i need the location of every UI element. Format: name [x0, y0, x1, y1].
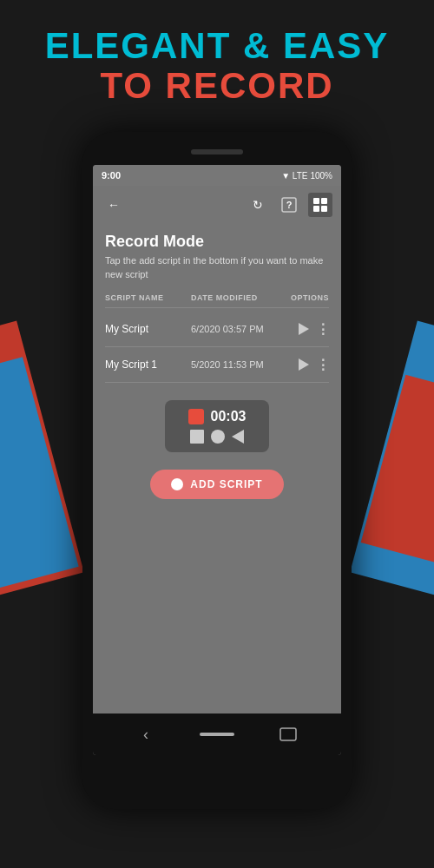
nav-back-icon: ‹: [143, 726, 148, 744]
play-icon-1: [299, 323, 309, 335]
header-line1: ELEGANT & EASY: [17, 26, 417, 66]
phone-top-bar: [93, 142, 341, 161]
grid-icon: [313, 198, 327, 212]
add-script-button[interactable]: ADD SCRIPT: [150, 470, 283, 499]
col-date-modified: DATE MODIFIED: [191, 293, 277, 302]
nav-home-icon: [200, 733, 234, 736]
record-indicator: [188, 409, 204, 424]
play-button-1[interactable]: [295, 320, 312, 338]
screen-title: Record Mode: [105, 233, 329, 251]
app-bar: ← ↻ ?: [93, 186, 341, 224]
pause-button[interactable]: [211, 430, 225, 444]
header-line2: TO RECORD: [17, 66, 417, 106]
bottom-navigation: ‹: [93, 713, 341, 755]
nav-recents-button[interactable]: [271, 717, 306, 752]
recording-time: 00:03: [211, 409, 247, 424]
network-icon: ▼ LTE: [281, 171, 307, 181]
phone-wrapper: 9:00 ▼ LTE 100% ← ↻ ?: [0, 132, 434, 809]
add-script-section: ADD SCRIPT: [105, 470, 329, 508]
refresh-button[interactable]: ↻: [246, 193, 270, 217]
content-area: Record Mode Tap the add script in the bo…: [93, 224, 341, 713]
col-script-name: SCRIPT NAME: [105, 293, 191, 302]
help-button[interactable]: ?: [277, 193, 301, 217]
app-bar-left: ←: [102, 193, 126, 217]
screen-subtitle: Tap the add script in the bottom if you …: [105, 254, 329, 281]
play-icon-2: [299, 358, 309, 371]
status-time: 9:00: [102, 170, 121, 181]
more-options-button-2[interactable]: ⋮: [316, 357, 329, 373]
recording-widget: 00:03: [165, 400, 269, 452]
script-name-2: My Script 1: [105, 358, 191, 371]
header-section: ELEGANT & EASY TO RECORD: [0, 0, 434, 123]
more-options-button-1[interactable]: ⋮: [316, 321, 329, 338]
recording-top: 00:03: [188, 409, 247, 424]
status-bar: 9:00 ▼ LTE 100%: [93, 165, 341, 186]
help-icon: ?: [281, 197, 297, 213]
table-row: My Script 6/2020 03:57 PM ⋮: [105, 312, 329, 347]
table-row: My Script 1 5/2020 11:53 PM ⋮: [105, 347, 329, 383]
play-button-2[interactable]: [295, 356, 312, 373]
script-options-2: ⋮: [277, 356, 329, 373]
app-bar-right: ↻ ?: [246, 193, 332, 217]
phone-speaker: [191, 149, 243, 155]
add-script-label: ADD SCRIPT: [190, 478, 262, 490]
battery-label: 100%: [310, 171, 332, 181]
table-header: SCRIPT NAME DATE MODIFIED OPTIONS: [105, 293, 329, 308]
nav-recents-icon: [279, 727, 297, 741]
add-script-dot-icon: [171, 478, 183, 490]
svg-text:?: ?: [286, 200, 293, 210]
col-options: OPTIONS: [277, 293, 329, 302]
status-icons: ▼ LTE 100%: [281, 171, 332, 181]
nav-back-button[interactable]: ‹: [128, 717, 163, 752]
recording-controls: [190, 430, 244, 444]
back-button[interactable]: ←: [102, 193, 126, 217]
svg-rect-2: [280, 728, 296, 740]
phone-frame: 9:00 ▼ LTE 100% ← ↻ ?: [82, 132, 352, 809]
script-date-1: 6/2020 03:57 PM: [191, 324, 277, 334]
grid-view-button[interactable]: [308, 193, 332, 217]
phone-screen: 9:00 ▼ LTE 100% ← ↻ ?: [93, 165, 341, 755]
nav-home-button[interactable]: [200, 717, 234, 752]
rewind-button[interactable]: [232, 430, 244, 444]
stop-button[interactable]: [190, 430, 204, 444]
script-options-1: ⋮: [277, 320, 329, 338]
script-name-1: My Script: [105, 323, 191, 335]
script-date-2: 5/2020 11:53 PM: [191, 359, 277, 370]
